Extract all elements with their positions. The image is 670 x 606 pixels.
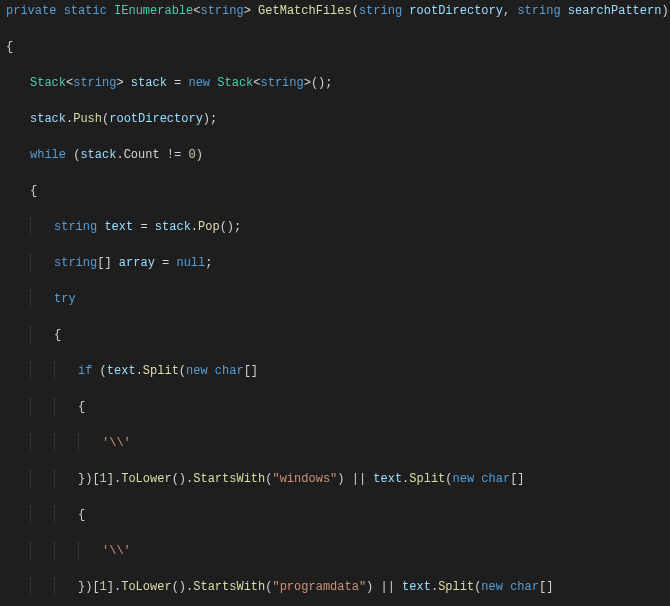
line-brace-open: {: [6, 398, 664, 416]
line-if-head: if (text.Split(new char[]: [6, 362, 664, 380]
line-text-decl: string text = stack.Pop();: [6, 218, 664, 236]
param-rootdirectory: rootDirectory: [409, 4, 503, 18]
line-chain-windows: })[1].ToLower().StartsWith("windows") ||…: [6, 470, 664, 488]
line-stack-push: stack.Push(rootDirectory);: [6, 110, 664, 128]
line-brace-open: {: [6, 38, 664, 56]
type-ienumerable: IEnumerable: [114, 4, 193, 18]
kw-static: static: [64, 4, 107, 18]
line-bs-char: '\\': [6, 542, 664, 560]
line-brace-open: {: [6, 326, 664, 344]
line-stack-decl: Stack<string> stack = new Stack<string>(…: [6, 74, 664, 92]
line-brace-open: {: [6, 182, 664, 200]
param-searchpattern: searchPattern: [568, 4, 662, 18]
line-bs-char: '\\': [6, 434, 664, 452]
line-sig: private static IEnumerable<string> GetMa…: [6, 2, 664, 20]
fn-getmatchfiles: GetMatchFiles: [258, 4, 352, 18]
line-brace-open: {: [6, 506, 664, 524]
code-block: private static IEnumerable<string> GetMa…: [0, 0, 670, 606]
line-try: try: [6, 290, 664, 308]
kw-private: private: [6, 4, 56, 18]
line-while: while (stack.Count != 0): [6, 146, 664, 164]
line-array-decl: string[] array = null;: [6, 254, 664, 272]
line-chain-programdata: })[1].ToLower().StartsWith("programdata"…: [6, 578, 664, 596]
